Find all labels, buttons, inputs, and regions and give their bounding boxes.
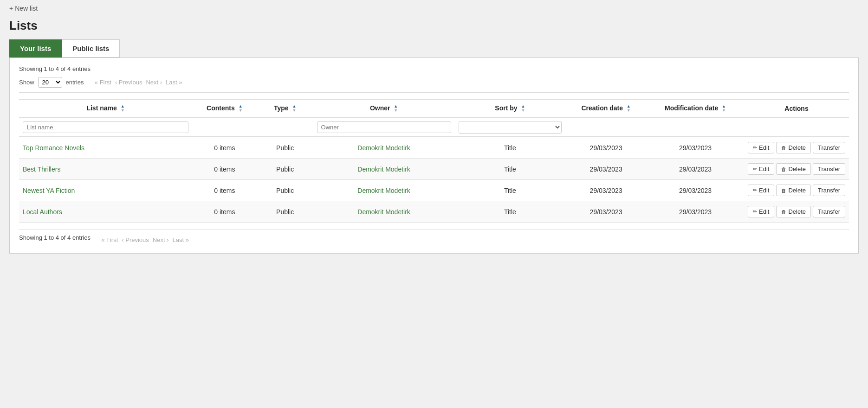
delete-label: Delete	[788, 187, 806, 194]
cell-creation-date: 29/03/2023	[565, 180, 647, 201]
transfer-button[interactable]: Transfer	[813, 185, 845, 196]
col-header-modification-date[interactable]: Modification date ▲▼	[647, 100, 744, 118]
table-row: Local Authors 0 items Public Demokrit Mo…	[19, 201, 849, 223]
cell-owner: Demokrit Modetirk	[313, 137, 455, 159]
previous-link-top[interactable]: ‹ Previous	[115, 79, 143, 86]
filter-owner-input[interactable]	[317, 121, 451, 133]
col-header-list-name[interactable]: List name ▲▼	[19, 100, 192, 118]
sort-arrows-modification: ▲▼	[722, 104, 726, 113]
tab-public-lists[interactable]: Public lists	[62, 39, 120, 57]
cell-contents: 0 items	[192, 159, 257, 180]
delete-button[interactable]: 🗑 Delete	[776, 163, 811, 175]
cell-creation-date: 29/03/2023	[565, 201, 647, 223]
owner-link[interactable]: Demokrit Modetirk	[357, 144, 410, 152]
sort-arrows-list-name: ▲▼	[121, 104, 125, 113]
edit-button[interactable]: ✏ Edit	[748, 142, 774, 153]
edit-button[interactable]: ✏ Edit	[748, 206, 774, 217]
first-link-top[interactable]: « First	[95, 79, 111, 86]
cell-actions: ✏ Edit 🗑 Delete Transfer	[744, 137, 849, 159]
cell-list-name: Newest YA Fiction	[19, 180, 192, 201]
delete-button[interactable]: 🗑 Delete	[776, 142, 811, 153]
cell-list-name: Top Romance Novels	[19, 137, 192, 159]
list-name-link[interactable]: Top Romance Novels	[23, 144, 84, 152]
filter-sortby-cell: Title Author	[455, 118, 566, 137]
filter-list-name-input[interactable]	[23, 121, 188, 133]
edit-icon: ✏	[753, 166, 757, 172]
table-row: Newest YA Fiction 0 items Public Demokri…	[19, 180, 849, 201]
plus-icon: +	[9, 5, 13, 12]
delete-button[interactable]: 🗑 Delete	[776, 206, 811, 217]
edit-icon: ✏	[753, 209, 757, 215]
table-row: Best Thrillers 0 items Public Demokrit M…	[19, 159, 849, 180]
filter-contents-cell	[192, 118, 257, 137]
filter-type-cell	[257, 118, 313, 137]
filter-modification-cell	[647, 118, 744, 137]
table-body: Top Romance Novels 0 items Public Demokr…	[19, 137, 849, 223]
trash-icon: 🗑	[781, 145, 786, 151]
previous-link-bottom[interactable]: ‹ Previous	[122, 236, 149, 243]
filter-owner-cell	[313, 118, 455, 137]
entries-select[interactable]: 10 20 50 100	[38, 77, 62, 88]
filter-sortby-select[interactable]: Title Author	[459, 121, 562, 134]
cell-creation-date: 29/03/2023	[565, 137, 647, 159]
last-link-top[interactable]: Last »	[166, 79, 182, 86]
col-header-type[interactable]: Type ▲▼	[257, 100, 313, 118]
action-buttons: ✏ Edit 🗑 Delete Transfer	[748, 206, 845, 217]
table-row: Top Romance Novels 0 items Public Demokr…	[19, 137, 849, 159]
cell-actions: ✏ Edit 🗑 Delete Transfer	[744, 180, 849, 201]
col-header-creation-date[interactable]: Creation date ▲▼	[565, 100, 647, 118]
tab-your-lists[interactable]: Your lists	[9, 39, 62, 57]
edit-button[interactable]: ✏ Edit	[748, 185, 774, 196]
action-buttons: ✏ Edit 🗑 Delete Transfer	[748, 142, 845, 153]
list-name-link[interactable]: Best Thrillers	[23, 166, 60, 173]
transfer-button[interactable]: Transfer	[813, 142, 845, 153]
owner-link[interactable]: Demokrit Modetirk	[357, 187, 410, 194]
col-header-sort-by[interactable]: Sort by ▲▼	[455, 100, 566, 118]
cell-sort-by: Title	[455, 137, 566, 159]
cell-owner: Demokrit Modetirk	[313, 201, 455, 223]
cell-sort-by: Title	[455, 159, 566, 180]
sort-arrows-type: ▲▼	[292, 104, 296, 113]
sort-arrows-owner: ▲▼	[394, 104, 398, 113]
list-name-link[interactable]: Newest YA Fiction	[23, 187, 75, 194]
show-label: Show	[19, 79, 34, 86]
cell-list-name: Local Authors	[19, 201, 192, 223]
trash-icon: 🗑	[781, 209, 786, 215]
filter-creation-cell	[565, 118, 647, 137]
action-buttons: ✏ Edit 🗑 Delete Transfer	[748, 163, 845, 175]
sort-arrows-sort-by: ▲▼	[521, 104, 525, 113]
cell-sort-by: Title	[455, 180, 566, 201]
delete-button[interactable]: 🗑 Delete	[776, 185, 811, 196]
transfer-label: Transfer	[818, 208, 840, 215]
transfer-label: Transfer	[818, 166, 840, 172]
delete-label: Delete	[788, 144, 806, 151]
trash-icon: 🗑	[781, 166, 786, 172]
owner-link[interactable]: Demokrit Modetirk	[357, 208, 410, 216]
next-link-top[interactable]: Next ›	[146, 79, 162, 86]
filter-row: Title Author	[19, 118, 849, 137]
col-header-owner[interactable]: Owner ▲▼	[313, 100, 455, 118]
tabs: Your lists Public lists	[9, 39, 859, 57]
edit-button[interactable]: ✏ Edit	[748, 163, 774, 175]
next-link-bottom[interactable]: Next ›	[153, 236, 169, 243]
col-header-contents[interactable]: Contents ▲▼	[192, 100, 257, 118]
cell-contents: 0 items	[192, 137, 257, 159]
transfer-button[interactable]: Transfer	[813, 163, 845, 175]
new-list-label: New list	[15, 5, 38, 12]
showing-text-bottom: Showing 1 to 4 of 4 entries	[19, 234, 91, 241]
cell-modification-date: 29/03/2023	[647, 159, 744, 180]
first-link-bottom[interactable]: « First	[101, 236, 118, 243]
transfer-button[interactable]: Transfer	[813, 206, 845, 217]
cell-type: Public	[257, 180, 313, 201]
edit-icon: ✏	[753, 145, 757, 151]
pagination-bottom: Showing 1 to 4 of 4 entries « First ‹ Pr…	[19, 229, 849, 246]
trash-icon: 🗑	[781, 188, 786, 193]
edit-label: Edit	[759, 187, 769, 194]
delete-label: Delete	[788, 166, 806, 172]
last-link-bottom[interactable]: Last »	[173, 236, 189, 243]
new-list-link[interactable]: + New list	[9, 5, 38, 12]
filter-list-name-cell	[19, 118, 192, 137]
owner-link[interactable]: Demokrit Modetirk	[357, 166, 410, 173]
list-name-link[interactable]: Local Authors	[23, 208, 62, 216]
edit-icon: ✏	[753, 187, 757, 193]
